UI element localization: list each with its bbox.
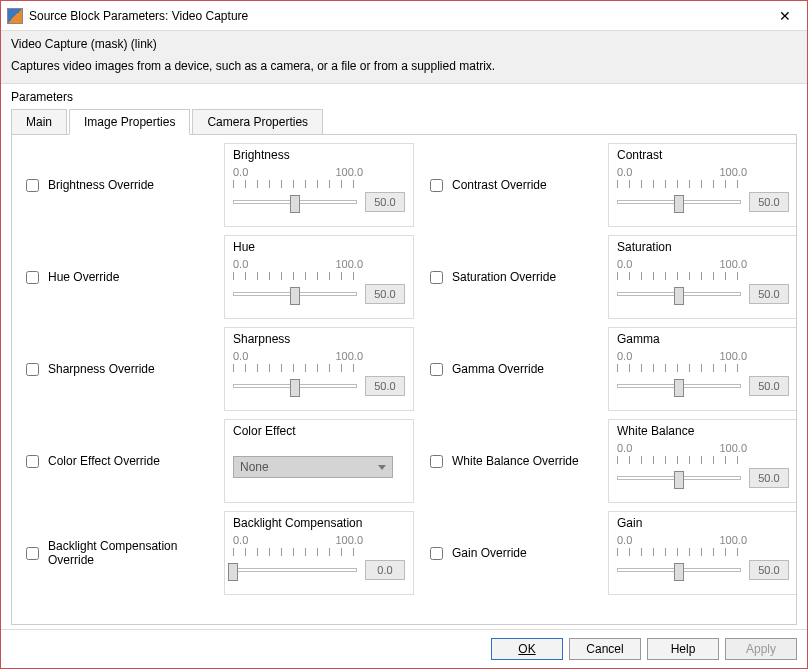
contrast-max: 100.0 xyxy=(719,166,747,178)
contrast-title: Contrast xyxy=(617,148,789,162)
gain-override-label: Gain Override xyxy=(452,546,527,560)
gain-title: Gain xyxy=(617,516,789,530)
brightness-min: 0.0 xyxy=(233,166,248,178)
brightness-override-label: Brightness Override xyxy=(48,178,154,192)
close-icon: ✕ xyxy=(779,8,791,24)
saturation-override-cell: Saturation Override xyxy=(426,268,596,287)
white-balance-fieldset: White Balance 0.0 100.0 50.0 xyxy=(608,419,797,503)
saturation-slider[interactable] xyxy=(617,288,741,300)
contrast-fieldset: Contrast 0.0 100.0 50.0 xyxy=(608,143,797,227)
sharpness-value: 50.0 xyxy=(365,376,405,396)
hue-override-checkbox[interactable] xyxy=(26,271,39,284)
hue-override-cell: Hue Override xyxy=(22,268,212,287)
backlight-slider[interactable] xyxy=(233,564,357,576)
sharpness-override-cell: Sharpness Override xyxy=(22,360,212,379)
titlebar: Source Block Parameters: Video Capture ✕ xyxy=(1,1,807,31)
backlight-override-checkbox[interactable] xyxy=(26,547,39,560)
saturation-override-label: Saturation Override xyxy=(452,270,556,284)
color-effect-override-label: Color Effect Override xyxy=(48,454,160,468)
backlight-fieldset: Backlight Compensation 0.0 100.0 0.0 xyxy=(224,511,414,595)
gamma-override-cell: Gamma Override xyxy=(426,360,596,379)
color-effect-selected: None xyxy=(240,460,269,474)
brightness-override-cell: Brightness Override xyxy=(22,176,212,195)
white-balance-override-label: White Balance Override xyxy=(452,454,579,468)
parameters-label: Parameters xyxy=(11,90,797,104)
cancel-button[interactable]: Cancel xyxy=(569,638,641,660)
brightness-override-checkbox[interactable] xyxy=(26,179,39,192)
color-effect-override-cell: Color Effect Override xyxy=(22,452,212,471)
white-balance-override-checkbox[interactable] xyxy=(430,455,443,468)
apply-button[interactable]: Apply xyxy=(725,638,797,660)
tab-content-image-properties: Brightness Override Brightness 0.0 100.0… xyxy=(11,134,797,625)
gamma-title: Gamma xyxy=(617,332,789,346)
gain-value: 50.0 xyxy=(749,560,789,580)
color-effect-dropdown[interactable]: None xyxy=(233,456,393,478)
color-effect-fieldset: Color Effect None xyxy=(224,419,414,503)
gamma-override-checkbox[interactable] xyxy=(430,363,443,376)
hue-slider[interactable] xyxy=(233,288,357,300)
brightness-value: 50.0 xyxy=(365,192,405,212)
sharpness-title: Sharpness xyxy=(233,332,405,346)
contrast-value: 50.0 xyxy=(749,192,789,212)
hue-override-label: Hue Override xyxy=(48,270,119,284)
color-effect-title: Color Effect xyxy=(233,424,405,438)
gain-fieldset: Gain 0.0 100.0 50.0 xyxy=(608,511,797,595)
color-effect-override-checkbox[interactable] xyxy=(26,455,39,468)
dialog-footer: OK Cancel Help Apply xyxy=(1,629,807,668)
tab-camera-properties[interactable]: Camera Properties xyxy=(192,109,323,135)
window-title: Source Block Parameters: Video Capture xyxy=(29,9,762,23)
contrast-override-label: Contrast Override xyxy=(452,178,547,192)
hue-value: 50.0 xyxy=(365,284,405,304)
hue-title: Hue xyxy=(233,240,405,254)
backlight-override-label: Backlight Compensation Override xyxy=(48,539,212,567)
mask-link-line: Video Capture (mask) (link) xyxy=(11,37,797,51)
hue-fieldset: Hue 0.0 100.0 50.0 xyxy=(224,235,414,319)
white-balance-value: 50.0 xyxy=(749,468,789,488)
sharpness-slider[interactable] xyxy=(233,380,357,392)
saturation-fieldset: Saturation 0.0 100.0 50.0 xyxy=(608,235,797,319)
brightness-fieldset: Brightness 0.0 100.0 50.0 xyxy=(224,143,414,227)
backlight-title: Backlight Compensation xyxy=(233,516,405,530)
ok-button[interactable]: OK xyxy=(491,638,563,660)
white-balance-title: White Balance xyxy=(617,424,789,438)
saturation-value: 50.0 xyxy=(749,284,789,304)
tab-image-properties[interactable]: Image Properties xyxy=(69,109,190,135)
white-balance-override-cell: White Balance Override xyxy=(426,452,596,471)
backlight-value: 0.0 xyxy=(365,560,405,580)
sharpness-override-label: Sharpness Override xyxy=(48,362,155,376)
help-button[interactable]: Help xyxy=(647,638,719,660)
contrast-override-cell: Contrast Override xyxy=(426,176,596,195)
image-properties-grid: Brightness Override Brightness 0.0 100.0… xyxy=(22,143,786,595)
tabstrip: Main Image Properties Camera Properties xyxy=(11,109,797,135)
gain-slider[interactable] xyxy=(617,564,741,576)
parameters-region: Parameters Main Image Properties Camera … xyxy=(1,84,807,629)
dialog-window: Source Block Parameters: Video Capture ✕… xyxy=(0,0,808,669)
saturation-override-checkbox[interactable] xyxy=(430,271,443,284)
contrast-slider[interactable] xyxy=(617,196,741,208)
saturation-title: Saturation xyxy=(617,240,789,254)
white-balance-slider[interactable] xyxy=(617,472,741,484)
contrast-min: 0.0 xyxy=(617,166,632,178)
brightness-slider[interactable] xyxy=(233,196,357,208)
sharpness-fieldset: Sharpness 0.0 100.0 50.0 xyxy=(224,327,414,411)
gamma-override-label: Gamma Override xyxy=(452,362,544,376)
gain-override-cell: Gain Override xyxy=(426,544,596,563)
gamma-fieldset: Gamma 0.0 100.0 50.0 xyxy=(608,327,797,411)
brightness-title: Brightness xyxy=(233,148,405,162)
tab-main[interactable]: Main xyxy=(11,109,67,135)
backlight-override-cell: Backlight Compensation Override xyxy=(22,539,212,567)
app-icon xyxy=(7,8,23,24)
contrast-override-checkbox[interactable] xyxy=(430,179,443,192)
close-button[interactable]: ✕ xyxy=(762,1,807,30)
brightness-max: 100.0 xyxy=(335,166,363,178)
gamma-slider[interactable] xyxy=(617,380,741,392)
brightness-ticks xyxy=(233,180,363,190)
gamma-value: 50.0 xyxy=(749,376,789,396)
header-region: Video Capture (mask) (link) Captures vid… xyxy=(1,31,807,84)
gain-override-checkbox[interactable] xyxy=(430,547,443,560)
block-description: Captures video images from a device, suc… xyxy=(11,59,797,73)
sharpness-override-checkbox[interactable] xyxy=(26,363,39,376)
